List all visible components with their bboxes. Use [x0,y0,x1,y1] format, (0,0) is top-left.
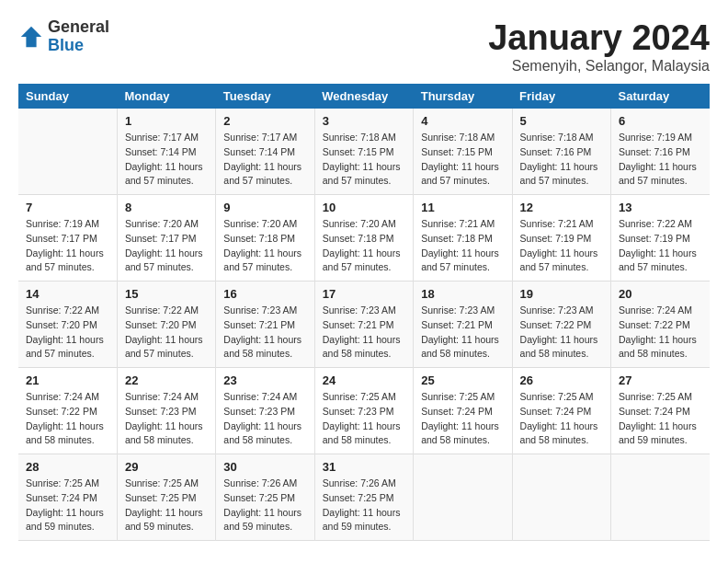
weekday-header: Sunday [18,84,117,109]
day-number: 22 [125,373,208,387]
calendar-cell: 15Sunrise: 7:22 AMSunset: 7:20 PMDayligh… [117,282,215,368]
day-info: Sunrise: 7:26 AMSunset: 7:25 PMDaylight:… [223,477,306,534]
calendar-cell [512,454,610,541]
calendar-cell: 9Sunrise: 7:20 AMSunset: 7:18 PMDaylight… [216,195,314,282]
day-number: 4 [421,114,504,128]
weekday-header: Tuesday [216,84,314,109]
calendar-cell: 8Sunrise: 7:20 AMSunset: 7:17 PMDaylight… [117,195,215,282]
day-info: Sunrise: 7:19 AMSunset: 7:16 PMDaylight:… [619,131,702,189]
weekday-header: Saturday [611,84,710,109]
day-number: 3 [323,114,405,128]
day-number: 24 [323,373,405,387]
logo-blue: Blue [48,37,109,55]
day-info: Sunrise: 7:22 AMSunset: 7:20 PMDaylight:… [26,304,109,362]
logo-text: General Blue [48,18,109,55]
day-number: 13 [619,201,702,214]
day-number: 23 [223,373,306,387]
day-info: Sunrise: 7:18 AMSunset: 7:15 PMDaylight:… [421,131,504,189]
day-number: 12 [520,201,603,214]
calendar-cell [414,454,512,541]
calendar-cell [611,454,710,541]
day-info: Sunrise: 7:23 AMSunset: 7:21 PMDaylight:… [421,304,504,362]
weekday-header: Monday [117,84,215,109]
calendar-cell: 31Sunrise: 7:26 AMSunset: 7:25 PMDayligh… [314,454,413,541]
day-info: Sunrise: 7:25 AMSunset: 7:25 PMDaylight:… [125,477,208,534]
logo-general: General [48,18,109,37]
header: General Blue January 2024 Semenyih, Sela… [18,18,710,75]
calendar-cell: 27Sunrise: 7:25 AMSunset: 7:24 PMDayligh… [611,368,710,454]
calendar-cell: 4Sunrise: 7:18 AMSunset: 7:15 PMDaylight… [414,109,512,195]
calendar-cell: 3Sunrise: 7:18 AMSunset: 7:15 PMDaylight… [314,109,413,195]
day-number: 9 [223,201,306,214]
calendar-cell: 20Sunrise: 7:24 AMSunset: 7:22 PMDayligh… [611,282,710,368]
day-info: Sunrise: 7:23 AMSunset: 7:21 PMDaylight:… [223,304,306,362]
calendar-cell: 11Sunrise: 7:21 AMSunset: 7:18 PMDayligh… [414,195,512,282]
calendar-table: SundayMondayTuesdayWednesdayThursdayFrid… [18,84,710,541]
day-info: Sunrise: 7:24 AMSunset: 7:23 PMDaylight:… [125,390,208,448]
day-number: 21 [26,373,109,387]
weekday-header: Friday [512,84,610,109]
day-info: Sunrise: 7:22 AMSunset: 7:20 PMDaylight:… [125,304,208,362]
calendar-week-row: 14Sunrise: 7:22 AMSunset: 7:20 PMDayligh… [18,282,710,368]
day-info: Sunrise: 7:24 AMSunset: 7:23 PMDaylight:… [223,390,306,448]
day-number: 1 [125,114,208,128]
calendar-cell: 25Sunrise: 7:25 AMSunset: 7:24 PMDayligh… [414,368,512,454]
calendar-cell: 19Sunrise: 7:23 AMSunset: 7:22 PMDayligh… [512,282,610,368]
day-info: Sunrise: 7:25 AMSunset: 7:24 PMDaylight:… [26,477,109,534]
day-number: 30 [223,460,306,474]
calendar-cell: 21Sunrise: 7:24 AMSunset: 7:22 PMDayligh… [18,368,117,454]
weekday-header: Wednesday [314,84,413,109]
calendar-cell: 28Sunrise: 7:25 AMSunset: 7:24 PMDayligh… [18,454,117,541]
day-info: Sunrise: 7:17 AMSunset: 7:14 PMDaylight:… [223,131,306,189]
calendar-cell: 22Sunrise: 7:24 AMSunset: 7:23 PMDayligh… [117,368,215,454]
main-title: January 2024 [488,18,710,58]
day-number: 29 [125,460,208,474]
day-info: Sunrise: 7:25 AMSunset: 7:24 PMDaylight:… [421,390,504,448]
day-info: Sunrise: 7:21 AMSunset: 7:18 PMDaylight:… [421,217,504,275]
day-info: Sunrise: 7:25 AMSunset: 7:24 PMDaylight:… [619,390,702,448]
day-info: Sunrise: 7:26 AMSunset: 7:25 PMDaylight:… [323,477,405,534]
weekday-header: Thursday [414,84,512,109]
day-info: Sunrise: 7:24 AMSunset: 7:22 PMDaylight:… [26,390,109,448]
day-info: Sunrise: 7:20 AMSunset: 7:18 PMDaylight:… [323,217,405,275]
weekday-header-row: SundayMondayTuesdayWednesdayThursdayFrid… [18,84,710,109]
day-number: 26 [520,373,603,387]
day-number: 27 [619,373,702,387]
calendar-week-row: 1Sunrise: 7:17 AMSunset: 7:14 PMDaylight… [18,109,710,195]
day-number: 11 [421,201,504,214]
day-info: Sunrise: 7:20 AMSunset: 7:17 PMDaylight:… [125,217,208,275]
calendar-cell: 26Sunrise: 7:25 AMSunset: 7:24 PMDayligh… [512,368,610,454]
day-info: Sunrise: 7:25 AMSunset: 7:23 PMDaylight:… [323,390,405,448]
calendar-cell: 30Sunrise: 7:26 AMSunset: 7:25 PMDayligh… [216,454,314,541]
day-number: 14 [26,287,109,301]
day-number: 8 [125,201,208,214]
day-info: Sunrise: 7:23 AMSunset: 7:22 PMDaylight:… [520,304,603,362]
subtitle: Semenyih, Selangor, Malaysia [488,58,710,75]
day-number: 6 [619,114,702,128]
day-number: 25 [421,373,504,387]
calendar-cell: 13Sunrise: 7:22 AMSunset: 7:19 PMDayligh… [611,195,710,282]
calendar-cell: 10Sunrise: 7:20 AMSunset: 7:18 PMDayligh… [314,195,413,282]
calendar-week-row: 7Sunrise: 7:19 AMSunset: 7:17 PMDaylight… [18,195,710,282]
calendar-week-row: 21Sunrise: 7:24 AMSunset: 7:22 PMDayligh… [18,368,710,454]
day-info: Sunrise: 7:23 AMSunset: 7:21 PMDaylight:… [323,304,405,362]
calendar-cell [18,109,117,195]
day-number: 7 [26,201,109,214]
day-info: Sunrise: 7:24 AMSunset: 7:22 PMDaylight:… [619,304,702,362]
day-number: 16 [223,287,306,301]
day-number: 18 [421,287,504,301]
title-section: January 2024 Semenyih, Selangor, Malaysi… [488,18,710,75]
calendar-cell: 14Sunrise: 7:22 AMSunset: 7:20 PMDayligh… [18,282,117,368]
day-number: 19 [520,287,603,301]
day-number: 2 [223,114,306,128]
calendar-cell: 1Sunrise: 7:17 AMSunset: 7:14 PMDaylight… [117,109,215,195]
day-info: Sunrise: 7:22 AMSunset: 7:19 PMDaylight:… [619,217,702,275]
calendar-cell: 16Sunrise: 7:23 AMSunset: 7:21 PMDayligh… [216,282,314,368]
calendar-cell: 17Sunrise: 7:23 AMSunset: 7:21 PMDayligh… [314,282,413,368]
day-number: 17 [323,287,405,301]
day-info: Sunrise: 7:20 AMSunset: 7:18 PMDaylight:… [223,217,306,275]
day-info: Sunrise: 7:21 AMSunset: 7:19 PMDaylight:… [520,217,603,275]
calendar-cell: 5Sunrise: 7:18 AMSunset: 7:16 PMDaylight… [512,109,610,195]
calendar-cell: 2Sunrise: 7:17 AMSunset: 7:14 PMDaylight… [216,109,314,195]
calendar-cell: 24Sunrise: 7:25 AMSunset: 7:23 PMDayligh… [314,368,413,454]
